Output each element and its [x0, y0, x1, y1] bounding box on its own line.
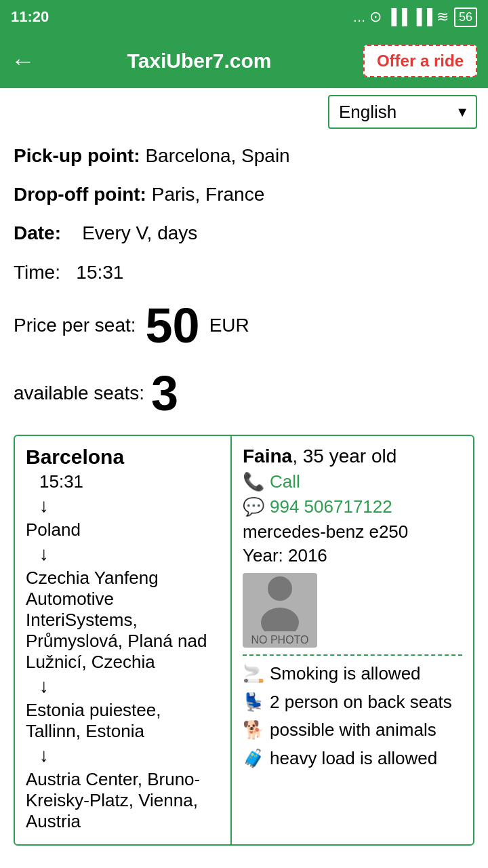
- battery-icon: 56: [454, 7, 477, 27]
- status-time: 11:20: [11, 8, 49, 26]
- price-row: Price per seat: 50 EUR: [14, 298, 474, 353]
- time-value: 15:31: [76, 262, 123, 283]
- person-silhouette-icon: [256, 574, 304, 631]
- svg-point-0: [268, 576, 292, 601]
- dropoff-label: Drop-off point:: [14, 184, 146, 205]
- route-time: 15:31: [39, 471, 220, 492]
- main-content: Pick-up point: Barcelona, Spain Drop-off…: [0, 136, 488, 852]
- no-photo-label: NO PHOTO: [251, 634, 308, 646]
- app-title: TaxiUber7.com: [35, 50, 363, 73]
- status-bar: 11:20 ... ⊙ ▐▐ ▐▐ ≋ 56: [0, 0, 488, 34]
- route-city: Barcelona: [26, 446, 220, 469]
- language-selector-row: English Español Français: [0, 88, 488, 136]
- language-select[interactable]: English Español Français: [328, 95, 477, 129]
- date-row: Date: Every V, days: [14, 220, 474, 246]
- status-signal-icons: ... ⊙ ▐▐ ▐▐ ≋: [353, 8, 449, 26]
- amenity-seats: 💺 2 person on back seats: [243, 691, 462, 714]
- smoking-icon: 🚬: [243, 663, 264, 686]
- dropoff-value: Paris, France: [152, 184, 265, 205]
- call-label: Call: [270, 471, 300, 492]
- luggage-icon: 🧳: [243, 747, 264, 770]
- seat-icon: 💺: [243, 691, 264, 714]
- seats-row: available seats: 3: [14, 366, 474, 421]
- arrow-icon-4: ↓: [39, 745, 220, 766]
- offer-ride-button[interactable]: Offer a ride: [363, 45, 477, 77]
- time-row: Time: 15:31: [14, 259, 474, 285]
- date-label: Date:: [14, 222, 61, 243]
- back-button[interactable]: ←: [11, 47, 35, 75]
- amenity-luggage: 🧳 heavy load is allowed: [243, 747, 462, 770]
- amenity-luggage-text: heavy load is allowed: [270, 747, 437, 770]
- whatsapp-icon: 💬: [243, 496, 264, 517]
- price-currency: EUR: [209, 315, 249, 336]
- seats-label: available seats:: [14, 382, 144, 404]
- language-select-wrapper: English Español Français: [328, 95, 477, 129]
- amenity-animals-text: possible with animals: [270, 719, 436, 742]
- svg-point-1: [261, 608, 299, 631]
- driver-age: 35 year old: [303, 446, 397, 467]
- stop-4: Austria Center, Bruno-Kreisky-Platz, Vie…: [26, 769, 220, 832]
- amenity-seats-text: 2 person on back seats: [270, 691, 452, 714]
- car-model: mercedes-benz e250: [243, 521, 462, 542]
- seats-value: 3: [151, 366, 178, 421]
- toolbar: ← TaxiUber7.com Offer a ride: [0, 34, 488, 88]
- driver-name-age: Faina, 35 year old: [243, 446, 462, 467]
- pickup-row: Pick-up point: Barcelona, Spain: [14, 142, 474, 169]
- stop-2: Czechia Yanfeng Automotive InteriSystems…: [26, 568, 220, 673]
- pickup-label: Pick-up point:: [14, 145, 140, 166]
- arrow-icon-3: ↓: [39, 675, 220, 697]
- time-label: Time:: [14, 262, 60, 283]
- price-value: 50: [146, 298, 200, 353]
- call-row[interactable]: 📞 Call: [243, 471, 462, 492]
- amenity-smoking-text: Smoking is allowed: [270, 663, 421, 686]
- amenity-smoking: 🚬 Smoking is allowed: [243, 663, 462, 686]
- detail-card: Barcelona 15:31 ↓ Poland ↓ Czechia Yanfe…: [14, 435, 474, 846]
- arrow-icon-2: ↓: [39, 543, 220, 565]
- whatsapp-phone: 994 506717122: [270, 496, 392, 517]
- stop-3: Estonia puiestee, Tallinn, Estonia: [26, 700, 220, 742]
- dropoff-row: Drop-off point: Paris, France: [14, 181, 474, 208]
- date-value: Every V, days: [82, 222, 197, 243]
- driver-photo: NO PHOTO: [243, 573, 317, 648]
- route-column: Barcelona 15:31 ↓ Poland ↓ Czechia Yanfe…: [15, 436, 232, 844]
- price-label: Price per seat:: [14, 315, 136, 336]
- amenities-divider: [243, 654, 462, 656]
- pickup-value: Barcelona, Spain: [145, 145, 289, 166]
- animal-icon: 🐕: [243, 719, 264, 742]
- driver-name: Faina: [243, 446, 292, 467]
- whatsapp-row[interactable]: 💬 994 506717122: [243, 496, 462, 517]
- stop-1: Poland: [26, 519, 220, 540]
- driver-column: Faina, 35 year old 📞 Call 💬 994 50671712…: [232, 436, 473, 844]
- amenity-animals: 🐕 possible with animals: [243, 719, 462, 742]
- phone-icon: 📞: [243, 471, 264, 492]
- arrow-icon-1: ↓: [39, 495, 220, 517]
- car-year: Year: 2016: [243, 545, 462, 566]
- status-icons: ... ⊙ ▐▐ ▐▐ ≋ 56: [353, 7, 477, 27]
